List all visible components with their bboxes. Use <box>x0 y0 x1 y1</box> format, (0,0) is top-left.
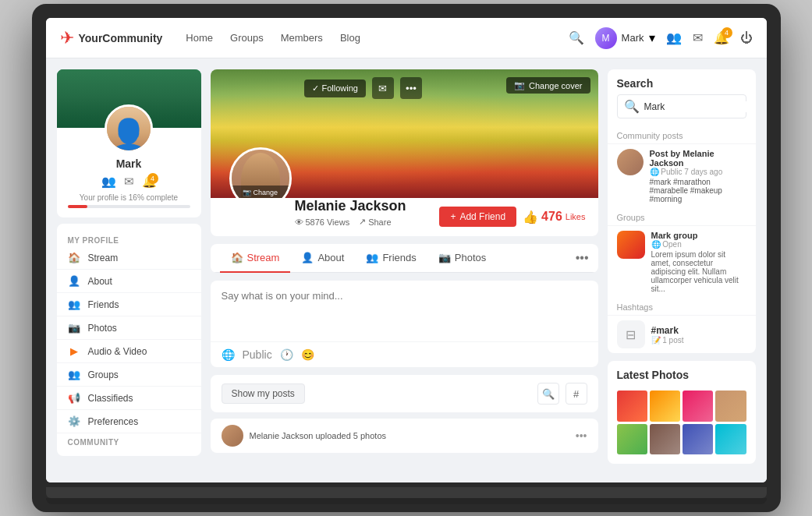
search-input-wrap[interactable]: 🔍 <box>617 94 746 118</box>
chevron-down-icon: ▾ <box>649 30 655 45</box>
groups-section-label: Groups <box>608 208 756 225</box>
photo-thumb-4[interactable] <box>715 391 746 421</box>
group-avatar <box>617 231 645 259</box>
notification-bell[interactable]: 🔔 4 <box>714 30 729 45</box>
stream-actions: 🔍 # <box>537 383 587 405</box>
center-content: 📷 Change cover 📷 Change avatar <box>211 69 598 472</box>
sidebar-item-classifieds[interactable]: 📢 Classifieds <box>57 387 201 410</box>
views-label: Views <box>327 217 349 227</box>
sidebar-audio-video-label: Audio & Video <box>88 346 147 357</box>
audio-video-icon: ▶ <box>68 345 80 357</box>
more-profile-button[interactable]: ••• <box>400 77 422 99</box>
stream-icon: 🏠 <box>68 252 80 263</box>
activity-more-button[interactable]: ••• <box>576 429 587 442</box>
group-item[interactable]: Mark group 🌐 Open Lorem ipsum dolor sit … <box>608 225 756 298</box>
following-button[interactable]: ✓ Following <box>304 80 366 97</box>
tab-photos[interactable]: 📷 Photos <box>427 244 497 273</box>
photos-icon: 📷 <box>68 322 80 334</box>
hashtag-item[interactable]: ⊟ #mark 📝 1 post <box>608 315 756 353</box>
profile-card: Mark 👥 ✉ 🔔 4 Your profile is 16% complet… <box>57 69 201 217</box>
post-count-icon: 📝 <box>651 336 661 345</box>
show-posts-label: Show my posts <box>232 388 295 399</box>
logo-icon: ✈ <box>60 28 74 48</box>
sidebar-friends-label: Friends <box>88 299 119 310</box>
sidebar-item-groups[interactable]: 👥 Groups <box>57 363 201 387</box>
classifieds-icon: 📢 <box>68 392 80 404</box>
sidebar-item-audio-video[interactable]: ▶ Audio & Video <box>57 340 201 363</box>
photo-thumb-5[interactable] <box>617 424 647 454</box>
sidebar-item-preferences[interactable]: ⚙️ Preferences <box>57 410 201 433</box>
hashtag-count: 📝 1 post <box>651 336 684 345</box>
sidebar-item-stream[interactable]: 🏠 Stream <box>57 246 201 270</box>
about-icon: 👤 <box>68 275 80 287</box>
tab-stream[interactable]: 🏠 Stream <box>220 244 291 273</box>
stream-activity-item: Melanie Jackson uploaded 5 photos ••• <box>211 419 598 453</box>
tab-about[interactable]: 👤 About <box>290 244 355 273</box>
hashtags-section-label: Hashtags <box>608 298 756 315</box>
photo-thumb-2[interactable] <box>650 391 680 421</box>
messages-icon[interactable]: ✉ <box>693 30 703 45</box>
sidebar-notification[interactable]: 🔔 4 <box>142 175 157 189</box>
post-toolbar: 🌐 Public 🕐 😊 <box>211 342 598 367</box>
stream-search-button[interactable]: 🔍 <box>537 383 559 405</box>
show-posts-button[interactable]: Show my posts <box>222 383 305 404</box>
activity-avatar <box>222 425 243 447</box>
nav-members[interactable]: Members <box>281 32 323 44</box>
profile-progress-bar <box>68 205 190 208</box>
message-profile-button[interactable]: ✉ <box>372 77 394 99</box>
nav-blog[interactable]: Blog <box>340 32 360 44</box>
hashtag-count-text: 1 post <box>662 336 683 345</box>
sidebar-groups-label: Groups <box>88 369 119 380</box>
share-stat[interactable]: ↗ Share <box>359 217 391 227</box>
emoji-icon[interactable]: 😊 <box>301 348 314 361</box>
logo[interactable]: ✈ YourCommunity <box>60 28 163 48</box>
messages-action-icon[interactable]: ✉ <box>124 175 134 189</box>
profile-info-bar: Melanie Jackson 👁 5876 Views ↗ Share <box>211 198 598 236</box>
latest-photos-title: Latest Photos <box>608 361 756 386</box>
likes-count: 476 <box>541 210 562 224</box>
photo-thumb-3[interactable] <box>683 391 713 421</box>
nav-links: Home Groups Members Blog <box>186 32 568 44</box>
change-cover-button[interactable]: 📷 Change cover <box>506 77 590 94</box>
user-chip[interactable]: M Mark ▾ <box>595 27 655 49</box>
latest-photos-widget: Latest Photos <box>608 361 756 464</box>
clock-icon[interactable]: 🕐 <box>280 348 293 361</box>
photo-thumb-8[interactable] <box>715 424 746 454</box>
change-avatar-overlay[interactable]: 📷 Change avatar <box>232 186 289 198</box>
nav-home[interactable]: Home <box>186 32 213 44</box>
sidebar-item-friends[interactable]: 👥 Friends <box>57 293 201 316</box>
search-input[interactable] <box>644 101 756 112</box>
search-icon[interactable]: 🔍 <box>569 30 584 45</box>
search-widget-body: 🔍 <box>608 94 756 126</box>
thumbs-up-icon: 👍 <box>523 210 538 224</box>
sidebar-section-my-profile: MY PROFILE <box>57 231 201 246</box>
group-status: 🌐 Open <box>651 240 746 249</box>
hashtag-content: #mark 📝 1 post <box>651 325 684 345</box>
tabs-more-button[interactable]: ••• <box>576 251 589 265</box>
likes-label: Likes <box>566 212 586 221</box>
community-post-item[interactable]: Post by Melanie Jackson 🌐 Public 7 days … <box>608 143 756 208</box>
power-icon[interactable]: ⏻ <box>740 31 753 45</box>
photo-thumb-1[interactable] <box>617 391 647 421</box>
nav-groups[interactable]: Groups <box>230 32 264 44</box>
sidebar-item-photos[interactable]: 📷 Photos <box>57 316 201 340</box>
following-label: Following <box>322 83 358 93</box>
friends-icon[interactable]: 👥 <box>666 30 682 45</box>
share-label: Share <box>368 217 391 227</box>
friends-action-icon[interactable]: 👥 <box>101 175 116 189</box>
tab-friends[interactable]: 👥 Friends <box>355 244 427 273</box>
community-posts-label: Community posts <box>608 126 756 143</box>
post-input[interactable] <box>222 290 587 329</box>
add-friend-button[interactable]: + Add Friend <box>439 207 516 227</box>
group-content: Mark group 🌐 Open Lorem ipsum dolor sit … <box>651 231 746 293</box>
sidebar-about-label: About <box>88 276 112 287</box>
sidebar-item-about[interactable]: 👤 About <box>57 270 201 293</box>
photo-thumb-6[interactable] <box>650 424 680 454</box>
photo-thumb-7[interactable] <box>683 424 713 454</box>
tabs-row: 🏠 Stream 👤 About 👥 Friends 📷 <box>211 244 598 273</box>
top-nav: ✈ YourCommunity Home Groups Members Blog… <box>46 18 767 58</box>
group-status-text: Open <box>662 240 681 249</box>
views-stat: 👁 5876 Views <box>295 217 350 227</box>
stream-hashtag-button[interactable]: # <box>566 383 587 405</box>
eye-icon: 👁 <box>295 217 303 227</box>
